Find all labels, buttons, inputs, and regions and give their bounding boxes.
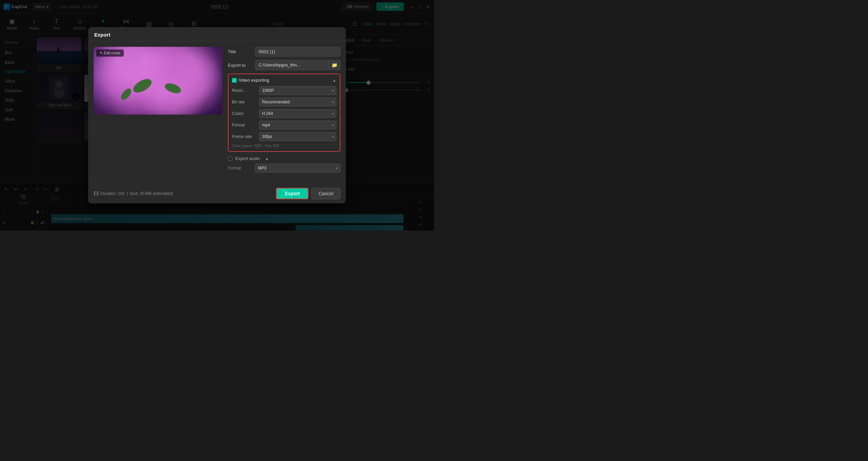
resolution-label: Resol... [232,88,259,93]
video-export-header: ✓ Video exporting ▲ [232,78,336,83]
dialog-body: ✎ Edit cover Title Export to 📁 [88,41,346,183]
cancel-button[interactable]: Cancel [311,188,340,199]
format-select[interactable]: mp4 mov avi [259,121,336,129]
resolution-row: Resol... 1080P 720P 2K 4K ▾ [232,86,336,95]
title-field-label: Title [228,49,255,54]
dialog-actions: Export Cancel [276,188,340,199]
title-row: Title [228,47,340,57]
audio-format-label: Format [228,166,255,171]
modal-overlay: Export ✎ Edit cover Title [0,0,434,230]
video-export-section: ✓ Video exporting ▲ Resol... 1080P 720P … [228,74,340,152]
title-input[interactable] [255,47,340,57]
codec-label: Codec [232,111,259,116]
framerate-select[interactable]: 30fps 24fps 25fps 60fps [259,132,336,141]
export-to-row: Export to 📁 [228,60,340,70]
codec-select[interactable]: H.264 H.265 VP9 [259,109,336,118]
export-dialog: Export ✎ Edit cover Title [88,27,346,203]
format-label: Format [232,123,259,127]
format-select-wrap: mp4 mov avi ▾ [259,121,336,129]
format-row: Format mp4 mov avi ▾ [232,121,336,129]
dialog-footer: 🎞 Duration: 20s | Size: 30 MB (estimated… [88,183,346,203]
resolution-select-wrap: 1080P 720P 2K 4K ▾ [259,86,336,95]
audio-expand-icon[interactable]: ▲ [265,156,269,161]
duration-text: Duration: 20s [100,191,124,196]
bitrate-select[interactable]: Recommended Low Medium High [259,98,336,106]
export-confirm-button[interactable]: Export [276,188,309,199]
bitrate-row: Bit rate Recommended Low Medium High ▾ [232,98,336,106]
resolution-select[interactable]: 1080P 720P 2K 4K [259,86,336,95]
audio-export-header: Export audio ▲ [228,156,340,161]
video-section-expand-icon[interactable]: ▲ [332,78,336,83]
bitrate-label: Bit rate [232,100,259,104]
folder-icon[interactable]: 📁 [329,60,340,70]
audio-export-title: Export audio [235,156,260,161]
audio-format-select-wrap: MP3 AAC WAV ▾ [255,164,340,173]
edit-cover-button[interactable]: ✎ Edit cover [96,49,124,57]
dialog-header: Export [88,27,346,41]
export-path-field: 📁 [255,60,340,70]
separator: | [126,191,127,196]
export-to-label: Export to [228,63,255,68]
framerate-row: Frame rate 30fps 24fps 25fps 60fps ▾ [232,132,336,141]
color-space-note: Color space: SDR - Rec.709 [232,144,336,148]
preview-image: ✎ Edit cover [94,47,222,115]
size-text: Size: 30 MB (estimated) [130,191,173,196]
film-icon: 🎞 [94,191,98,196]
video-export-check[interactable]: ✓ [232,78,237,83]
audio-export-toggle[interactable] [228,156,233,161]
dialog-preview: ✎ Edit cover [94,47,222,178]
framerate-label: Frame rate [232,134,259,139]
audio-format-select[interactable]: MP3 AAC WAV [255,164,340,173]
dialog-settings: Title Export to 📁 ✓ Video exporting [228,47,340,178]
audio-export-section: Export audio ▲ Format MP3 AAC WAV ▾ [228,156,340,173]
codec-select-wrap: H.264 H.265 VP9 ▾ [259,109,336,118]
bitrate-select-wrap: Recommended Low Medium High ▾ [259,98,336,106]
video-export-title: Video exporting [239,78,269,83]
codec-row: Codec H.264 H.265 VP9 ▾ [232,109,336,118]
flower-preview [94,47,222,115]
export-path-input[interactable] [255,61,329,69]
duration-info: 🎞 Duration: 20s | Size: 30 MB (estimated… [94,191,276,196]
framerate-select-wrap: 30fps 24fps 25fps 60fps ▾ [259,132,336,141]
audio-format-row: Format MP3 AAC WAV ▾ [228,164,340,173]
